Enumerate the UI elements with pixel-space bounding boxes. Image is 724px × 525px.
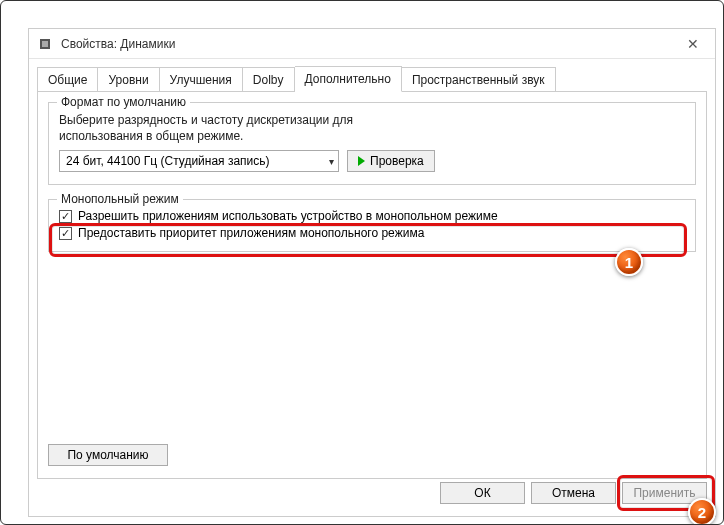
checkbox-priority-exclusive-label: Предоставить приоритет приложениям моноп… bbox=[78, 226, 424, 240]
window-title: Свойства: Динамики bbox=[61, 37, 175, 51]
sample-format-select[interactable]: 24 бит, 44100 Гц (Студийная запись) ▾ bbox=[59, 150, 339, 172]
checkbox-priority-exclusive[interactable] bbox=[59, 227, 72, 240]
chevron-down-icon: ▾ bbox=[329, 156, 334, 167]
group-title-mono: Монопольный режим bbox=[57, 192, 183, 206]
annotation-marker-1: 1 bbox=[615, 248, 643, 276]
restore-defaults-button[interactable]: По умолчанию bbox=[48, 444, 168, 466]
tab-advanced[interactable]: Дополнительно bbox=[295, 66, 402, 92]
tab-dolby[interactable]: Dolby bbox=[243, 67, 295, 92]
test-button[interactable]: Проверка bbox=[347, 150, 435, 172]
tab-spatial[interactable]: Пространственный звук bbox=[402, 67, 556, 92]
default-format-group: Формат по умолчанию Выберите разрядность… bbox=[48, 102, 696, 185]
cancel-button[interactable]: Отмена bbox=[531, 482, 616, 504]
tab-levels[interactable]: Уровни bbox=[98, 67, 159, 92]
tab-general[interactable]: Общие bbox=[37, 67, 98, 92]
ok-button[interactable]: ОК bbox=[440, 482, 525, 504]
exclusive-mode-group: Монопольный режим Разрешить приложениям … bbox=[48, 199, 696, 252]
annotation-marker-2: 2 bbox=[688, 498, 716, 525]
play-icon bbox=[358, 156, 365, 166]
format-description: Выберите разрядность и частоту дискретиз… bbox=[59, 113, 685, 144]
exclusive-allow-row[interactable]: Разрешить приложениям использовать устро… bbox=[59, 209, 685, 223]
close-button[interactable]: ✕ bbox=[670, 29, 715, 59]
speaker-icon bbox=[37, 36, 53, 52]
svg-rect-1 bbox=[42, 41, 48, 47]
titlebar: Свойства: Динамики ✕ bbox=[29, 29, 715, 59]
checkbox-allow-exclusive-label: Разрешить приложениям использовать устро… bbox=[78, 209, 498, 223]
dialog-footer: ОК Отмена Применить bbox=[37, 478, 707, 508]
properties-window: Свойства: Динамики ✕ Общие Уровни Улучше… bbox=[28, 28, 716, 517]
tab-strip: Общие Уровни Улучшения Dolby Дополнитель… bbox=[29, 59, 715, 91]
combo-value: 24 бит, 44100 Гц (Студийная запись) bbox=[66, 154, 270, 168]
tab-enhancements[interactable]: Улучшения bbox=[160, 67, 243, 92]
group-title-format: Формат по умолчанию bbox=[57, 95, 190, 109]
exclusive-priority-row[interactable]: Предоставить приоритет приложениям моноп… bbox=[59, 226, 685, 240]
checkbox-allow-exclusive[interactable] bbox=[59, 210, 72, 223]
tab-body-advanced: Формат по умолчанию Выберите разрядность… bbox=[37, 91, 707, 479]
